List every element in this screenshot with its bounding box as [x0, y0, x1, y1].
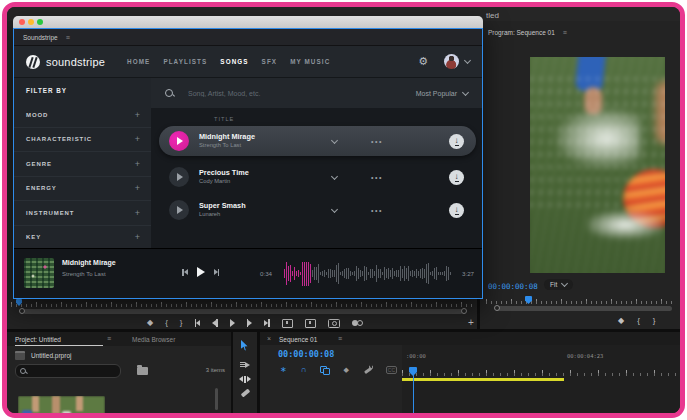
download-button[interactable]: ↓ — [449, 134, 464, 149]
program-timecode[interactable]: 00:00:00:08 — [488, 282, 538, 291]
nest-toggle[interactable]: ∗ — [280, 366, 287, 374]
add-marker-button[interactable]: ◆ — [618, 317, 624, 325]
panel-menu-icon[interactable]: ≡ — [563, 29, 567, 36]
filter-mood[interactable]: MOOD+ — [14, 103, 151, 128]
mark-in-button[interactable]: { — [165, 319, 168, 327]
tab-sequence[interactable]: Sequence 01 — [279, 336, 317, 343]
timeline-settings-wrench[interactable] — [363, 365, 372, 374]
nav-songs[interactable]: SONGS — [220, 58, 248, 65]
overwrite-button[interactable] — [305, 317, 316, 329]
play-button[interactable] — [169, 131, 189, 151]
brand-wordmark[interactable]: soundstripe — [46, 56, 105, 68]
song-row-super-smash[interactable]: Super Smash Lunareh ••• ↓ — [159, 195, 476, 225]
nav-home[interactable]: HOME — [127, 58, 150, 65]
panel-menu-icon[interactable]: ≡ — [107, 335, 111, 342]
program-monitor-title[interactable]: Program: Sequence 01 — [488, 29, 555, 36]
album-art[interactable] — [24, 258, 54, 288]
drag-video-audio-button[interactable] — [352, 317, 363, 329]
sort-dropdown[interactable]: Most Popular — [416, 90, 468, 97]
video-scene-soccer — [530, 57, 665, 273]
go-to-out-button[interactable] — [264, 317, 270, 329]
nav-playlists[interactable]: PLAYLISTS — [163, 58, 207, 65]
expand-chevron-icon[interactable] — [331, 172, 338, 179]
close-window-button[interactable] — [19, 19, 25, 25]
play-button[interactable] — [197, 266, 205, 278]
step-forward-button[interactable] — [247, 317, 253, 329]
ripple-edit-tool[interactable] — [236, 372, 254, 386]
mark-in-button[interactable]: { — [637, 317, 640, 325]
program-ruler[interactable] — [486, 297, 676, 304]
more-options-button[interactable]: ••• — [371, 138, 383, 145]
selection-tool[interactable] — [236, 338, 254, 352]
filter-energy[interactable]: ENERGY+ — [14, 177, 151, 202]
download-icon: ↓ — [455, 137, 459, 146]
timeline-timecode[interactable]: 00:00:00:08 — [278, 349, 334, 359]
mark-out-button[interactable]: } — [653, 317, 656, 325]
next-track-button[interactable] — [214, 266, 220, 278]
export-frame-button[interactable] — [328, 317, 340, 329]
download-button[interactable]: ↓ — [449, 203, 464, 218]
tab-project[interactable]: Project: Untitled — [15, 336, 61, 343]
linked-selection-toggle[interactable] — [320, 366, 329, 374]
filter-genre[interactable]: GENRE+ — [14, 152, 151, 177]
zoom-window-button[interactable] — [37, 19, 43, 25]
insert-button[interactable] — [282, 317, 293, 329]
timeline-ruler[interactable] — [402, 363, 680, 376]
add-marker-button[interactable]: ◆ — [343, 366, 348, 373]
project-filename[interactable]: Untitled.prproj — [31, 352, 71, 359]
song-search-input[interactable] — [186, 89, 416, 98]
source-scrollbar[interactable] — [15, 309, 471, 315]
expand-chevron-icon[interactable] — [331, 136, 338, 143]
play-button[interactable] — [169, 167, 189, 187]
song-row-precious-time[interactable]: Precious Time Cody Martin ••• ↓ — [159, 162, 476, 192]
razor-tool[interactable] — [236, 386, 254, 400]
close-tab-icon[interactable]: × — [267, 335, 271, 342]
song-row-midnight-mirage[interactable]: Midnight Mirage Strength To Last ••• ↓ — [159, 126, 476, 156]
project-scrollbar[interactable] — [215, 388, 218, 410]
program-scrollbar[interactable] — [486, 306, 676, 312]
go-to-in-button[interactable] — [195, 317, 201, 329]
tab-media-browser[interactable]: Media Browser — [132, 336, 175, 343]
project-search-input[interactable] — [30, 366, 114, 374]
user-avatar[interactable] — [444, 54, 459, 69]
expand-chevron-icon[interactable] — [331, 205, 338, 212]
mark-out-button[interactable]: } — [180, 319, 183, 327]
macos-titlebar[interactable] — [13, 16, 483, 28]
thumb-shoe-blue — [22, 410, 32, 417]
nav-my-music[interactable]: MY MUSIC — [290, 58, 330, 65]
panel-menu-icon[interactable]: ≡ — [66, 34, 70, 41]
more-options-button[interactable]: ••• — [371, 174, 383, 181]
project-search-box[interactable] — [15, 364, 121, 378]
filter-characteristic[interactable]: CHARACTERISTIC+ — [14, 128, 151, 153]
step-back-button[interactable] — [212, 317, 218, 329]
project-tab-row: Project: Untitled ≡ Media Browser — [7, 332, 231, 346]
more-options-button[interactable]: ••• — [371, 207, 383, 214]
source-ruler[interactable] — [11, 300, 473, 307]
pink-annotation-frame: tled Program: Sequence 01 ≡ 00:00:00:08 — [2, 2, 685, 418]
zoom-level-dropdown[interactable]: Fit — [544, 279, 573, 290]
panel-menu-icon[interactable]: ≡ — [338, 335, 342, 342]
source-transport: ◆ { } — [147, 317, 363, 329]
snap-toggle[interactable]: ∩ — [301, 366, 307, 374]
filter-instrument[interactable]: INSTRUMENT+ — [14, 201, 151, 226]
download-button[interactable]: ↓ — [449, 170, 464, 185]
now-playing-artist: Strength To Last — [62, 271, 106, 277]
new-bin-button[interactable] — [137, 367, 148, 375]
captions-toggle[interactable]: CC — [386, 366, 397, 374]
account-chevron-icon[interactable] — [464, 57, 471, 64]
nav-sfx[interactable]: SFX — [262, 58, 278, 65]
button-editor-plus[interactable]: + — [468, 318, 474, 328]
timeline-track-area[interactable]: :00:00 00:00:04:23 — [402, 345, 680, 413]
settings-gear-icon[interactable]: ⚙ — [418, 55, 428, 68]
ruler-label-far: 00:00:04:23 — [567, 353, 603, 359]
previous-track-button[interactable] — [182, 266, 188, 278]
filter-key[interactable]: KEY+ — [14, 226, 151, 251]
program-video-frame[interactable] — [530, 57, 665, 273]
waveform[interactable] — [284, 260, 456, 287]
minimize-window-button[interactable] — [28, 19, 34, 25]
play-button[interactable] — [230, 317, 235, 329]
clip-thumbnail-1[interactable] — [18, 396, 105, 418]
play-button[interactable] — [169, 200, 189, 220]
add-marker-button[interactable]: ◆ — [147, 319, 153, 327]
track-select-tool[interactable] — [236, 358, 254, 372]
